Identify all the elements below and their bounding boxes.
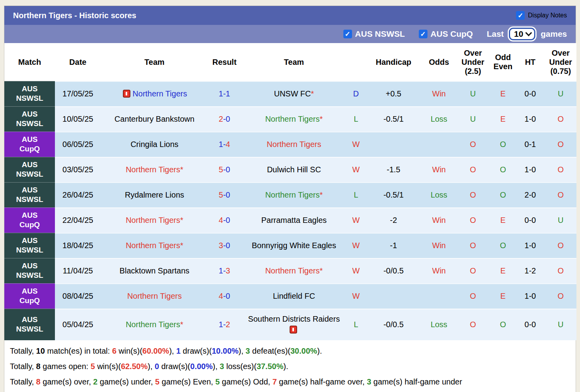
league-badge-line1: AUS	[5, 84, 54, 94]
score-away: 0	[226, 190, 230, 199]
score-away: 0	[226, 165, 230, 174]
odds-cell: Win	[422, 81, 456, 106]
wdl-letter: W	[352, 292, 360, 300]
match-badge: AUSCupQ	[4, 207, 55, 233]
team2-cell: Northern Tigers*	[241, 182, 347, 207]
date-cell: 08/04/25	[55, 283, 101, 309]
over-under-075-value: O	[557, 115, 564, 123]
team2-cell: Parramatta Eagles	[241, 207, 347, 233]
over-under-075-value: U	[558, 320, 563, 329]
over-under-25-cell: O	[456, 157, 490, 182]
match-badge: AUSNSWSL	[4, 157, 55, 182]
league-badge-line2: NSWSL	[5, 324, 54, 334]
league-badge-line1: AUS	[5, 261, 54, 271]
team1-cell: Northern Tigers*	[101, 309, 208, 340]
score-home: 1	[219, 140, 223, 149]
score-home: 1	[219, 320, 223, 329]
wdl-cell: L	[347, 106, 365, 132]
odd-even-value: E	[500, 89, 505, 98]
handicap-cell: -0.5/1	[365, 182, 422, 207]
over-under-25-value: O	[470, 165, 476, 174]
team-name: Northern Tigers	[265, 266, 320, 275]
filter-bar: AUS NSWSL AUS CupQ Last 10 games	[4, 25, 576, 43]
over-under-075-cell: O	[545, 157, 576, 182]
table-row: AUSNSWSL 26/04/25 Rydalmere Lions 5-0 No…	[4, 182, 576, 207]
odd-even-cell: E	[490, 283, 516, 309]
table-row: AUSCupQ 08/04/25 Northern Tigers 4-0 Lin…	[4, 283, 576, 309]
score-home: 5	[219, 165, 223, 174]
odds-cell: Loss	[422, 106, 456, 132]
odds-result: Win	[432, 266, 446, 275]
team-name: Northern Tigers	[267, 140, 321, 149]
column-header-result: Result	[208, 43, 241, 81]
over-under-075-value: O	[557, 292, 564, 300]
team-name: Parramatta Eagles	[261, 216, 327, 224]
summary-stat: 62.50%	[121, 362, 148, 371]
league-badge-line2: NSWSL	[5, 94, 54, 103]
team-name: Northern Tigers	[133, 89, 187, 98]
odds-cell	[422, 283, 456, 309]
result-cell: 1-3	[208, 258, 241, 283]
over-under-25-value: O	[470, 266, 476, 275]
date-cell: 18/04/25	[55, 233, 101, 258]
result-cell: 3-0	[208, 233, 241, 258]
team-star: *	[180, 216, 183, 224]
date-cell: 06/05/25	[55, 132, 101, 157]
summary-stat: 5	[155, 377, 160, 386]
team-name: Lindfield FC	[273, 292, 315, 300]
odd-even-value: O	[500, 320, 506, 329]
team2-cell: Dulwich Hill SC	[241, 157, 347, 182]
league-badge-line1: AUS	[5, 286, 54, 296]
score-away: 3	[226, 266, 230, 275]
team2-cell: Northern Tigers	[241, 132, 347, 157]
over-under-075-cell: U	[545, 81, 576, 106]
column-header-match: Match	[4, 43, 55, 81]
league-badge-line2: NSWSL	[5, 170, 54, 179]
over-under-25-value: O	[470, 140, 476, 149]
column-header-wdl	[347, 43, 365, 81]
odds-cell: Win	[422, 258, 456, 283]
display-notes-control: Display Notes	[516, 11, 567, 20]
column-header-odd-even: Odd Even	[490, 43, 516, 81]
display-notes-checkbox[interactable]	[516, 11, 525, 20]
score-away: 2	[226, 320, 230, 329]
summary-stat: 8	[36, 362, 40, 371]
odd-even-cell: E	[490, 207, 516, 233]
aus-cupq-checkbox[interactable]	[419, 30, 427, 38]
over-under-075-value: O	[557, 266, 564, 275]
over-under-25-cell: U	[456, 106, 490, 132]
table-row: AUSNSWSL 18/04/25 Northern Tigers* 3-0 B…	[4, 233, 576, 258]
team-star: *	[320, 266, 323, 275]
aus-nswsl-checkbox[interactable]	[343, 30, 352, 38]
team-star: *	[180, 320, 183, 329]
team1-cell: Rydalmere Lions	[101, 182, 208, 207]
games-count-select[interactable]: 10	[509, 28, 535, 40]
table-row: AUSNSWSL 05/04/25 Northern Tigers* 1-2 S…	[4, 309, 576, 340]
match-badge: AUSNSWSL	[4, 309, 55, 340]
summary-stat: 10	[36, 347, 45, 355]
date-cell: 26/04/25	[55, 182, 101, 207]
odd-even-cell: O	[490, 132, 516, 157]
team1-cell: Northern Tigers*	[101, 207, 208, 233]
last-label: Last	[487, 29, 504, 39]
column-header-over-under-075: Over Under (0.75)	[545, 43, 576, 81]
odd-even-value: O	[500, 190, 506, 199]
handicap-cell: -1.5	[365, 157, 422, 182]
team-star: *	[180, 241, 183, 250]
match-badge: AUSCupQ	[4, 283, 55, 309]
summary-line: Totally, 10 match(es) in total: 6 win(s)…	[10, 343, 570, 359]
league-badge-line2: NSWSL	[5, 119, 54, 128]
odds-cell: Win	[422, 233, 456, 258]
over-under-25-cell: O	[456, 233, 490, 258]
wdl-letter: W	[352, 266, 360, 275]
league-badge-line2: NSWSL	[5, 245, 54, 255]
score-home: 1	[219, 266, 223, 275]
summary-line: Totally, 8 games open: 5 win(s)(62.50%),…	[10, 359, 570, 374]
wdl-letter: W	[352, 165, 360, 174]
handicap-cell: -2	[365, 207, 422, 233]
over-under-075-value: O	[557, 190, 564, 199]
summary-stat: 5	[90, 362, 95, 371]
team-name: Northern Tigers	[126, 216, 180, 224]
games-count-value: 10	[514, 29, 523, 39]
odds-cell: Win	[422, 157, 456, 182]
